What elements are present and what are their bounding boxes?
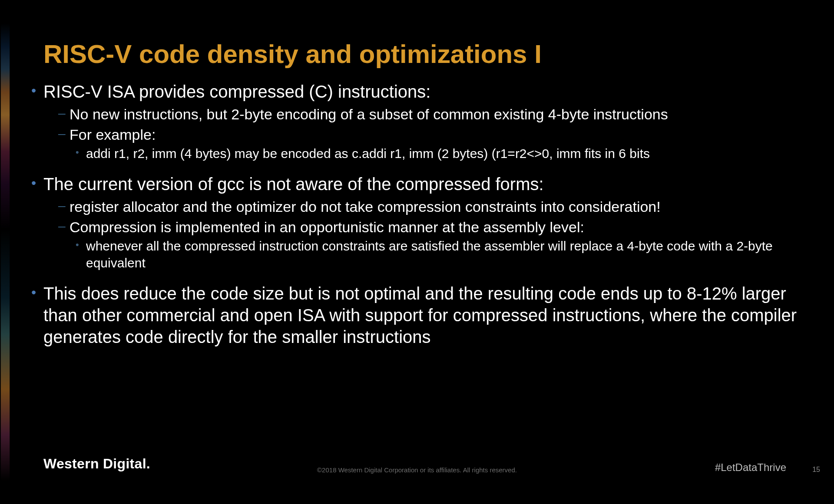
hashtag-text: #LetDataThrive: [715, 461, 786, 474]
bullet-l2-text: No new instructions, but 2-byte encoding…: [58, 105, 808, 124]
slide: RISC-V code density and optimizations I …: [0, 23, 834, 481]
bullet-l1-item: RISC-V ISA provides compressed (C) instr…: [31, 81, 808, 162]
bullet-l3-text: addi r1, r2, imm (4 bytes) may be encode…: [76, 145, 808, 162]
brand-logo: Western Digital.: [43, 456, 150, 472]
bullet-list-level2: register allocator and the optimizer do …: [58, 198, 808, 271]
slide-footer: Western Digital. ©2018 Western Digital C…: [0, 456, 834, 475]
bullet-l2-item: Compression is implemented in an opportu…: [58, 218, 808, 271]
bullet-l1-item: This does reduce the code size but is no…: [31, 283, 808, 348]
bullet-list-level2: No new instructions, but 2-byte encoding…: [58, 105, 808, 162]
bullet-l2-text: Compression is implemented in an opportu…: [58, 218, 808, 237]
bullet-l1-item: The current version of gcc is not aware …: [31, 173, 808, 271]
bullet-list-level3: addi r1, r2, imm (4 bytes) may be encode…: [76, 145, 808, 162]
bullet-l3-item: whenever all the compressed instruction …: [76, 238, 808, 271]
bullet-l2-item: No new instructions, but 2-byte encoding…: [58, 105, 808, 124]
bullet-l1-text: This does reduce the code size but is no…: [31, 283, 808, 348]
bullet-l2-text: For example:: [58, 125, 808, 144]
bullet-l1-text: The current version of gcc is not aware …: [31, 173, 808, 195]
bullet-list-level1: RISC-V ISA provides compressed (C) instr…: [31, 81, 808, 348]
bullet-list-level3: whenever all the compressed instruction …: [76, 238, 808, 271]
decorative-left-stripe: [1, 23, 10, 481]
page-number: 15: [812, 466, 820, 474]
bullet-l2-item: For example: addi r1, r2, imm (4 bytes) …: [58, 125, 808, 162]
letterbox-bottom: [0, 481, 834, 504]
bullet-l2-text: register allocator and the optimizer do …: [58, 198, 808, 216]
bullet-l3-item: addi r1, r2, imm (4 bytes) may be encode…: [76, 145, 808, 162]
letterbox-top: [0, 0, 834, 23]
slide-title: RISC-V code density and optimizations I: [43, 39, 542, 69]
slide-content: RISC-V ISA provides compressed (C) instr…: [31, 81, 808, 359]
copyright-text: ©2018 Western Digital Corporation or its…: [317, 466, 517, 474]
bullet-l3-text: whenever all the compressed instruction …: [76, 238, 808, 271]
bullet-l2-item: register allocator and the optimizer do …: [58, 198, 808, 216]
bullet-l1-text: RISC-V ISA provides compressed (C) instr…: [31, 81, 808, 102]
